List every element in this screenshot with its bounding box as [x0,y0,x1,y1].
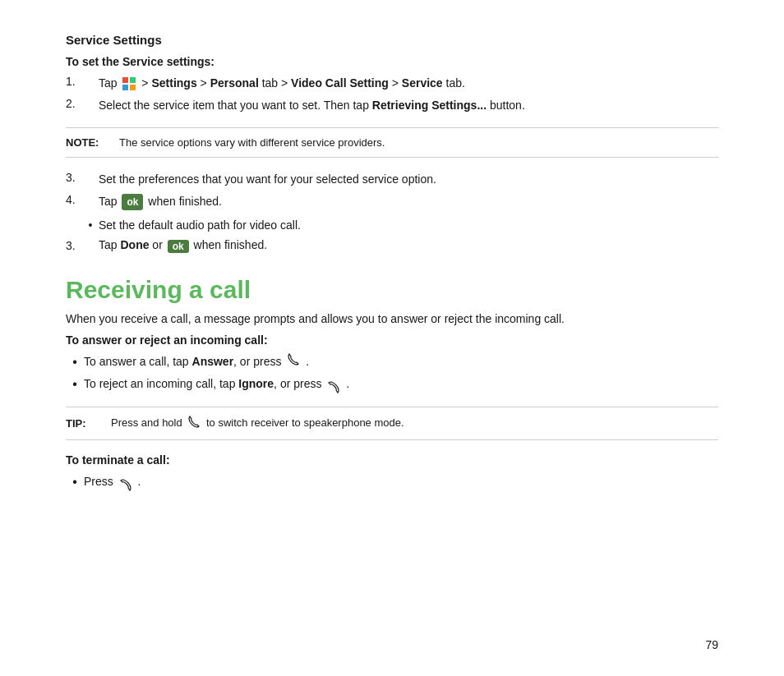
step-2-content: Select the service item that you want to… [99,97,718,114]
step-1-content: Tap > Settings > Personal tab > Video Ca… [99,75,718,92]
step-3b-content: Tap Done or ok when finished. [99,238,267,252]
note-text: The service options vary with different … [119,136,385,149]
service-step-2: 2. Select the service item that you want… [66,97,718,114]
end-phone-icon [327,375,340,393]
tip-phone-icon [187,416,201,431]
win-icon [122,76,136,91]
answer-reject-instruction: To answer or reject an incoming call: [66,333,718,347]
terminate-phone-icon [119,473,132,491]
step-1-num: 1. [66,75,99,88]
receiving-call-section: Receiving a call When you receive a call… [66,276,718,492]
terminate-bullet-dot: • [66,475,84,490]
video-call-setting-label: Video Call Setting [291,76,389,90]
service-step-4: 4. Tap ok when finished. [66,193,718,210]
step-3-content: Set the preferences that you want for yo… [99,171,718,188]
sub-bullet-audio: • Set the default audio path for video c… [82,218,718,232]
terminate-list: • Press . [66,473,718,491]
note-box: NOTE: The service options vary with diff… [66,127,718,158]
bullet-dot-1: • [66,355,84,370]
answer-reject-list: • To answer a call, tap Answer, or press… [66,353,718,394]
service-label: Service [402,76,443,90]
reject-content: To reject an incoming call, tap Ignore, … [84,375,718,393]
service-step-3: 3. Set the preferences that you want for… [66,171,718,188]
service-settings-section: Service Settings To set the Service sett… [66,33,718,253]
step-3b: 3. Tap Done or ok when finished. [66,238,718,252]
personal-label: Personal [210,76,259,90]
retrieving-settings-label: Retrieving Settings... [372,99,487,112]
note-label: NOTE: [66,136,111,149]
terminate-content: Press . [84,473,718,491]
answer-phone-icon [287,353,300,371]
svg-rect-1 [130,77,136,83]
sub-bullet-text: Set the default audio path for video cal… [99,218,301,232]
page-number: 79 [705,638,718,651]
answer-label: Answer [192,355,234,368]
ok-button-2: ok [168,240,189,253]
svg-rect-2 [122,85,128,90]
settings-label: Settings [151,76,196,90]
ignore-label: Ignore [238,377,274,390]
bullet-dot-2: • [66,377,84,392]
terminate-section: To terminate a call: • Press . [66,453,718,491]
svg-rect-0 [122,77,128,83]
answer-bullet: • To answer a call, tap Answer, or press… [66,353,718,371]
receiving-call-desc: When you receive a call, a message promp… [66,312,718,325]
service-steps-list-2: 3. Set the preferences that you want for… [66,171,718,210]
svg-rect-3 [130,85,136,90]
answer-content: To answer a call, tap Answer, or press . [84,353,718,371]
ok-button-1: ok [122,194,143,210]
step-2-num: 2. [66,97,99,110]
terminate-bullet: • Press . [66,473,718,491]
tip-text: Press and hold to switch receiver to spe… [111,416,404,431]
service-settings-title: Service Settings [66,33,718,47]
done-label: Done [120,238,149,251]
tip-box: TIP: Press and hold to switch receiver t… [66,407,718,440]
step-3b-num: 3. [66,239,99,252]
set-service-instruction: To set the Service settings: [66,55,718,68]
step-4-num: 4. [66,193,99,206]
service-step-1: 1. Tap > Settings > Personal tab > Video… [66,75,718,92]
step-3-num: 3. [66,171,99,184]
step-4-content: Tap ok when finished. [99,193,718,210]
tip-label: TIP: [66,417,103,430]
service-steps-list: 1. Tap > Settings > Personal tab > Video… [66,75,718,114]
reject-bullet: • To reject an incoming call, tap Ignore… [66,375,718,393]
sub-bullet-dot: • [82,218,99,232]
terminate-instruction: To terminate a call: [66,453,718,467]
receiving-call-title: Receiving a call [66,276,718,304]
